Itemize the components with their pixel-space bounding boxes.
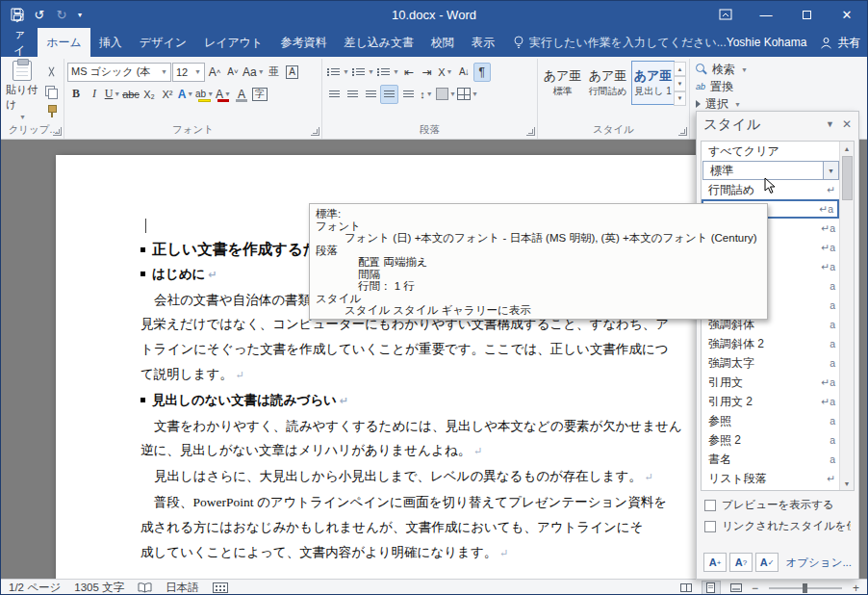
style-item[interactable]: 参照 a ▼ xyxy=(702,411,839,430)
character-border-button[interactable]: A xyxy=(284,63,301,82)
scroll-thumb[interactable] xyxy=(842,156,853,200)
format-painter-button[interactable] xyxy=(41,102,61,119)
style-item[interactable]: すべてクリア ▼ xyxy=(702,142,839,161)
zoom-slider[interactable] xyxy=(769,587,842,589)
underline-button[interactable]: U▼ xyxy=(104,85,121,104)
page-indicator[interactable]: 1/2 ページ xyxy=(9,581,61,595)
borders-button[interactable]: ▼ xyxy=(457,85,478,104)
zoom-out-button[interactable]: − xyxy=(752,582,758,595)
scroll-up-icon[interactable]: ▲ xyxy=(840,142,854,155)
show-preview-checkbox[interactable]: プレビューを表示する xyxy=(704,498,851,512)
bullet-list-button[interactable]: ▼ xyxy=(325,63,349,82)
ribbon-tab[interactable]: ホーム xyxy=(38,28,90,57)
style-gallery-item[interactable]: あア亜 標準 xyxy=(541,61,584,105)
gallery-down-icon[interactable]: ▼ xyxy=(674,76,686,91)
style-inspector-button[interactable]: A? xyxy=(729,553,753,572)
style-item[interactable]: 強調斜体 2 a ▼ xyxy=(702,334,839,353)
align-left-button[interactable] xyxy=(325,85,343,104)
style-gallery-item[interactable]: あア亜 行間詰め xyxy=(586,61,629,105)
language-indicator[interactable]: 日本語 xyxy=(166,581,199,595)
styles-scrollbar[interactable]: ▲ ▼ xyxy=(839,142,854,490)
ribbon-tab[interactable]: 表示 xyxy=(463,28,503,57)
styles-dialog-launcher[interactable] xyxy=(678,127,687,136)
ribbon-tab[interactable]: 差し込み文書 xyxy=(335,28,422,57)
line-spacing-button[interactable]: ↕▼ xyxy=(418,85,435,104)
gallery-more-icon[interactable]: ▼ xyxy=(674,91,686,106)
font-size-combo[interactable]: 12▼ xyxy=(172,63,205,82)
multilevel-list-button[interactable]: ▼ xyxy=(375,63,399,82)
find-button[interactable]: 検索 ▼ xyxy=(693,61,779,78)
increase-indent-button[interactable]: ⇥ xyxy=(419,63,436,82)
text-effects-button[interactable]: A▼ xyxy=(177,85,194,104)
clipboard-dialog-launcher[interactable] xyxy=(53,127,62,136)
paragraph-dialog-launcher[interactable] xyxy=(526,127,535,136)
style-item[interactable]: 引用文 2 ↵a ▼ xyxy=(702,392,839,411)
tell-me-box[interactable]: 実行したい作業を入力してください... xyxy=(513,28,727,57)
word-count[interactable]: 1305 文字 xyxy=(74,581,124,595)
zoom-in-button[interactable]: + xyxy=(853,582,859,595)
change-case-button[interactable]: Aa▼ xyxy=(243,63,265,82)
new-style-button[interactable]: A+ xyxy=(703,553,727,572)
italic-button[interactable]: I xyxy=(86,85,103,104)
style-dropdown-icon[interactable]: ▼ xyxy=(823,162,838,179)
font-name-combo[interactable]: MS ゴシック (本▼ xyxy=(67,63,171,82)
style-item[interactable]: リスト段落 ↵ ▼ xyxy=(702,469,839,488)
font-color-button[interactable]: A▼ xyxy=(215,85,232,104)
customize-quick-access-icon[interactable]: ▾ xyxy=(74,5,86,24)
ribbon-tab[interactable]: デザイン xyxy=(131,28,195,57)
numbered-list-button[interactable]: ▼ xyxy=(350,63,374,82)
paste-button[interactable]: 貼り付け ▼ xyxy=(6,61,38,120)
read-mode-button[interactable] xyxy=(677,581,696,595)
superscript-button[interactable]: X² xyxy=(159,85,176,104)
user-name[interactable]: Yoshie Kohama xyxy=(727,36,807,49)
sort-button[interactable]: A↓ xyxy=(455,63,472,82)
distribute-button[interactable] xyxy=(399,85,417,104)
align-center-button[interactable] xyxy=(344,85,361,104)
formatting-marks-button[interactable]: ¶ xyxy=(473,63,491,82)
strikethrough-button[interactable]: abc xyxy=(122,85,140,104)
ruby-guide-button[interactable]: 亜 xyxy=(266,63,283,82)
style-item[interactable]: 引用文 ↵a ▼ xyxy=(702,373,839,392)
redo-icon[interactable]: ↻ xyxy=(52,5,71,24)
manage-styles-button[interactable]: A✓ xyxy=(755,553,779,572)
cut-button[interactable] xyxy=(41,64,61,81)
style-item[interactable]: 参照 2 a ▼ xyxy=(702,430,839,450)
justify-button[interactable] xyxy=(380,85,398,104)
subscript-button[interactable]: X₂ xyxy=(140,85,158,104)
shading-button[interactable]: ▼ xyxy=(436,85,456,104)
enclose-characters-button[interactable]: 字 xyxy=(251,85,268,104)
ribbon-tab[interactable]: レイアウト xyxy=(195,28,271,57)
share-button[interactable]: 共有 xyxy=(820,35,860,51)
ribbon-tab[interactable]: 挿入 xyxy=(90,28,131,57)
grow-font-button[interactable]: A˄ xyxy=(206,63,223,82)
styles-options-link[interactable]: オプション... xyxy=(786,556,852,570)
pane-options-icon[interactable]: ▼ xyxy=(826,119,834,129)
shrink-font-button[interactable]: A˅ xyxy=(224,63,242,82)
asian-layout-button[interactable]: X▼ xyxy=(437,63,454,82)
style-gallery-item[interactable]: あア亜 見出し 1 xyxy=(631,61,675,105)
replace-button[interactable]: ab 置換 xyxy=(693,78,779,95)
tab-file[interactable]: ファイル xyxy=(1,28,38,57)
keyboard-icon[interactable] xyxy=(213,582,228,593)
web-layout-button[interactable] xyxy=(727,581,746,595)
pane-close-icon[interactable]: ✕ xyxy=(842,117,852,131)
undo-icon[interactable]: ↺ xyxy=(30,5,49,24)
bold-button[interactable]: B xyxy=(67,85,85,104)
font-dialog-launcher[interactable] xyxy=(311,127,319,136)
ribbon-display-options-icon[interactable] xyxy=(705,1,746,28)
close-button[interactable]: ✕ xyxy=(827,1,867,28)
gallery-up-icon[interactable]: ▲ xyxy=(674,62,686,76)
align-right-button[interactable] xyxy=(362,85,379,104)
decrease-indent-button[interactable]: ⇤ xyxy=(400,63,418,82)
style-item[interactable]: 強調太字 a ▼ xyxy=(702,353,839,373)
character-shading-button[interactable]: A xyxy=(233,85,250,104)
ribbon-tab[interactable]: 校閲 xyxy=(422,28,463,57)
highlight-button[interactable]: ab▼ xyxy=(195,85,214,104)
disable-linked-styles-checkbox[interactable]: リンクされたスタイルを使用不可に xyxy=(704,519,851,533)
save-icon[interactable] xyxy=(8,5,27,24)
copy-button[interactable] xyxy=(41,83,61,100)
print-layout-button[interactable] xyxy=(702,581,721,595)
ribbon-tab[interactable]: 参考資料 xyxy=(271,28,335,57)
maximize-button[interactable] xyxy=(786,1,827,28)
proofing-icon[interactable] xyxy=(138,582,152,593)
